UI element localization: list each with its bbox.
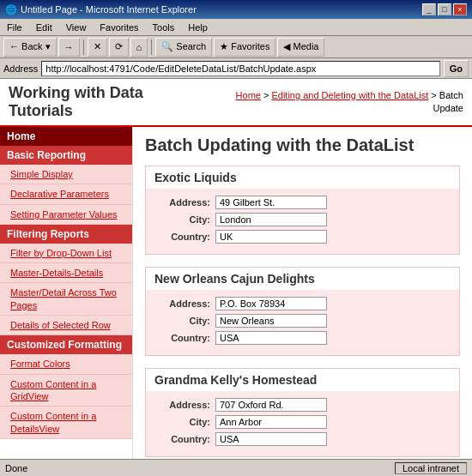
- page-title: Batch Updating with the DataList: [145, 136, 460, 155]
- city-label-2: City:: [154, 417, 210, 427]
- window-title: Untitled Page - Microsoft Internet Explo…: [21, 4, 197, 15]
- menu-tools[interactable]: Tools: [149, 21, 179, 33]
- city-label-1: City:: [154, 316, 210, 326]
- stop-button[interactable]: ✕: [88, 38, 107, 57]
- sidebar-item-declarative-parameters[interactable]: Declarative Parameters: [0, 184, 132, 204]
- menu-view[interactable]: View: [63, 21, 90, 33]
- toolbar: ← Back ▾ → ✕ ⟳ ⌂ 🔍 Search ★ Favorites ◀ …: [0, 36, 472, 58]
- sidebar-item-setting-parameter-values[interactable]: Setting Parameter Values: [0, 205, 132, 225]
- site-title: Working with Data Tutorials: [9, 84, 208, 120]
- go-button[interactable]: Go: [444, 60, 469, 77]
- sidebar-item-details-selected-row[interactable]: Details of Selected Row: [0, 316, 132, 335]
- country-label-2: Country:: [154, 434, 210, 444]
- refresh-button[interactable]: ⟳: [109, 38, 129, 57]
- content-area: Home Basic Reporting Simple Display Decl…: [0, 127, 472, 459]
- browser-content: Working with Data Tutorials Home > Editi…: [0, 79, 472, 459]
- breadcrumb-sep1: >: [261, 90, 272, 100]
- city-row-2: City:: [154, 415, 451, 429]
- sidebar-item-filter-dropdown[interactable]: Filter by Drop-Down List: [0, 244, 132, 263]
- menu-edit[interactable]: Edit: [33, 21, 56, 33]
- address-label-1: Address:: [154, 298, 210, 309]
- sidebar: Home Basic Reporting Simple Display Decl…: [0, 127, 133, 459]
- address-row-2: Address:: [154, 398, 451, 412]
- city-label-0: City:: [154, 214, 210, 225]
- sidebar-section-customized-formatting[interactable]: Customized Formatting: [0, 335, 132, 354]
- close-button[interactable]: ×: [453, 3, 467, 15]
- status-bar: Done Local intranet: [0, 459, 472, 476]
- sidebar-item-simple-display[interactable]: Simple Display: [0, 165, 132, 184]
- sidebar-item-format-colors[interactable]: Format Colors: [0, 354, 132, 374]
- country-label-0: Country:: [154, 232, 210, 242]
- forward-button[interactable]: →: [58, 38, 80, 57]
- sidebar-section-basic-reporting[interactable]: Basic Reporting: [0, 146, 132, 165]
- menu-file[interactable]: File: [3, 21, 26, 33]
- country-input-0[interactable]: [215, 230, 327, 244]
- supplier-section-0: Exotic Liquids Address: City: Country:: [145, 166, 460, 255]
- address-input-1[interactable]: [215, 297, 327, 310]
- menu-help[interactable]: Help: [185, 21, 211, 33]
- menu-favorites[interactable]: Favorites: [96, 21, 142, 33]
- media-button[interactable]: ◀ Media: [277, 38, 324, 57]
- city-input-2[interactable]: [215, 415, 327, 429]
- sidebar-item-master-details[interactable]: Master-Details-Details: [0, 263, 132, 283]
- sidebar-item-custom-content-gridview[interactable]: Custom Content in a GridView: [0, 375, 132, 407]
- breadcrumb-home[interactable]: Home: [236, 90, 261, 100]
- country-label-1: Country:: [154, 333, 210, 343]
- address-row-0: Address:: [154, 196, 451, 209]
- title-bar: 🌐 Untitled Page - Microsoft Internet Exp…: [0, 0, 472, 19]
- home-button[interactable]: ⌂: [130, 38, 148, 57]
- main-content: Batch Updating with the DataList Exotic …: [133, 127, 472, 459]
- toolbar-separator-1: [83, 39, 84, 55]
- ie-icon: 🌐: [5, 4, 17, 15]
- address-input-2[interactable]: [215, 398, 327, 412]
- city-input-0[interactable]: [215, 213, 327, 226]
- supplier-name-1: New Orleans Cajun Delights: [146, 268, 459, 290]
- city-row-0: City:: [154, 213, 451, 226]
- city-row-1: City:: [154, 314, 451, 328]
- address-row-1: Address:: [154, 297, 451, 310]
- supplier-name-0: Exotic Liquids: [146, 166, 459, 189]
- address-label-2: Address:: [154, 400, 210, 410]
- status-zone: Local intranet: [395, 462, 467, 474]
- toolbar-separator-2: [151, 39, 152, 55]
- breadcrumb-link[interactable]: Editing and Deleting with the DataList: [271, 90, 428, 100]
- title-bar-left: 🌐 Untitled Page - Microsoft Internet Exp…: [5, 4, 197, 15]
- address-bar: Address Go: [0, 58, 472, 79]
- country-row-2: Country:: [154, 432, 451, 446]
- sidebar-home[interactable]: Home: [0, 127, 132, 146]
- city-input-1[interactable]: [215, 314, 327, 328]
- supplier-name-2: Grandma Kelly's Homestead: [146, 369, 459, 391]
- country-input-2[interactable]: [215, 432, 327, 446]
- minimize-button[interactable]: _: [422, 3, 436, 15]
- supplier-section-1: New Orleans Cajun Delights Address: City…: [145, 267, 460, 356]
- status-text: Done: [5, 463, 27, 473]
- menu-bar: File Edit View Favorites Tools Help: [0, 19, 472, 36]
- address-input-0[interactable]: [215, 196, 327, 209]
- breadcrumb: Home > Editing and Deleting with the Dat…: [208, 89, 463, 116]
- address-label-0: Address:: [154, 197, 210, 208]
- back-button[interactable]: ← Back ▾: [3, 38, 57, 57]
- country-row-1: Country:: [154, 331, 451, 345]
- sidebar-section-filtering-reports[interactable]: Filtering Reports: [0, 225, 132, 244]
- page-header: Working with Data Tutorials Home > Editi…: [0, 79, 472, 127]
- search-button[interactable]: 🔍 Search: [155, 38, 212, 57]
- address-input[interactable]: [41, 61, 439, 76]
- maximize-button[interactable]: □: [438, 3, 451, 15]
- country-input-1[interactable]: [215, 331, 327, 345]
- favorites-button[interactable]: ★ Favorites: [214, 38, 275, 57]
- sidebar-item-custom-content-detailsview[interactable]: Custom Content in a DetailsView: [0, 407, 132, 439]
- supplier-section-2: Grandma Kelly's Homestead Address: City:…: [145, 368, 460, 457]
- address-label: Address: [3, 63, 38, 74]
- breadcrumb-sep2: >: [428, 90, 439, 100]
- country-row-0: Country:: [154, 230, 451, 244]
- sidebar-item-master-detail-across[interactable]: Master/Detail Across Two Pages: [0, 283, 132, 316]
- title-bar-controls[interactable]: _ □ ×: [422, 3, 467, 15]
